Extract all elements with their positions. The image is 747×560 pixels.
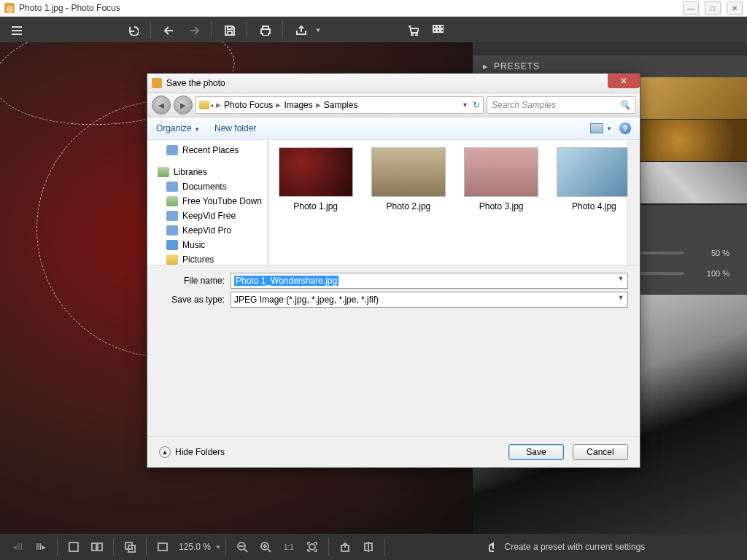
zoom-1to1-button[interactable]: 1:1	[279, 537, 299, 557]
view-mode-menu[interactable]: ▼	[590, 123, 612, 133]
filename-value: Photo 1_Wondershare.jpg	[234, 276, 338, 286]
back-button[interactable]	[158, 20, 179, 40]
search-placeholder: Search Samples	[492, 100, 556, 110]
slider-2-value: 100 %	[694, 269, 729, 278]
slider-1-value: 50 %	[694, 249, 729, 257]
svg-rect-8	[69, 542, 78, 551]
new-folder-button[interactable]: New folder	[214, 123, 256, 133]
view-mode-single[interactable]	[63, 537, 84, 557]
zoom-region-button[interactable]	[302, 537, 322, 557]
presets-label: PRESETS	[494, 61, 540, 71]
tree-libraries[interactable]: Libraries	[147, 165, 267, 179]
tree-freeyoutube[interactable]: Free YouTube Down	[147, 194, 267, 209]
create-preset-button[interactable]: Create a preset with current settings	[390, 541, 741, 553]
nav-back-button[interactable]: ◄	[152, 96, 171, 114]
file-thumb	[464, 147, 538, 197]
svg-rect-13	[158, 543, 167, 551]
savetype-value: JPEG Image (*.jpg, *.jpeg, *.jpe, *.jfif…	[234, 295, 379, 305]
file-list[interactable]: Photo 1.jpg Photo 2.jpg Photo 3.jpg Phot…	[268, 140, 640, 265]
crumb-item[interactable]: Photo Focus	[224, 100, 273, 110]
zoom-in-button[interactable]	[255, 537, 276, 557]
svg-point-0	[411, 34, 413, 36]
file-thumb	[557, 147, 631, 197]
save-button[interactable]	[219, 20, 239, 40]
bottom-bar: ◂Ⅲ Ⅲ▸ 125.0 % ▼ 1:1 Create a preset with…	[0, 534, 747, 560]
filename-label: File name:	[159, 276, 225, 286]
filename-input[interactable]: Photo 1_Wondershare.jpg ▼	[231, 273, 628, 289]
refresh-icon[interactable]: ↻	[473, 100, 480, 110]
save-dialog: Save the photo ✕ ◄ ► ◂ ▶ Photo Focus ▶ I…	[147, 73, 640, 468]
svg-point-1	[416, 34, 417, 36]
file-thumb	[371, 147, 446, 197]
savetype-select[interactable]: JPEG Image (*.jpg, *.jpeg, *.jpe, *.jfif…	[231, 292, 628, 308]
folder-tree[interactable]: Recent Places Libraries Documents Free Y…	[147, 140, 268, 265]
svg-point-16	[309, 544, 315, 550]
minimize-button[interactable]: —	[683, 1, 699, 15]
svg-rect-3	[437, 26, 440, 28]
svg-rect-10	[98, 543, 102, 551]
dialog-close-button[interactable]: ✕	[608, 74, 640, 88]
file-item[interactable]: Photo 1.jpg	[277, 147, 354, 211]
view-mode-compare[interactable]	[87, 537, 107, 557]
search-icon: 🔍	[619, 100, 630, 110]
snapshot-button[interactable]	[120, 537, 140, 557]
zoom-fit-button[interactable]	[152, 537, 173, 557]
file-item[interactable]: Photo 3.jpg	[463, 147, 540, 211]
crumb-item[interactable]: Images	[284, 100, 312, 110]
svg-rect-5	[433, 29, 436, 32]
nav-forward-button[interactable]: ►	[174, 96, 193, 114]
tree-keepvid-free[interactable]: KeepVid Free	[147, 209, 267, 223]
savetype-label: Save as type:	[159, 295, 225, 305]
cart-button[interactable]	[403, 20, 423, 40]
fullscreen-button[interactable]	[358, 537, 379, 557]
dialog-cancel-button[interactable]: Cancel	[573, 444, 628, 460]
folder-up-icon[interactable]: ◂	[199, 101, 213, 109]
next-image-button[interactable]: Ⅲ▸	[31, 537, 51, 557]
window-title: Photo 1.jpg - Photo Focus	[19, 3, 120, 13]
undo-button[interactable]	[123, 20, 143, 40]
grid-button[interactable]	[427, 20, 448, 40]
zoom-out-button[interactable]	[232, 537, 252, 557]
scrollbar[interactable]	[627, 140, 640, 265]
chevron-down-icon[interactable]: ▼	[616, 294, 626, 301]
export-image-button[interactable]	[335, 537, 355, 557]
app-title-bar: ◎ Photo 1.jpg - Photo Focus — □ ✕	[0, 0, 747, 17]
main-toolbar: ▼	[0, 17, 747, 43]
crumb-item[interactable]: Samples	[324, 100, 358, 110]
file-item[interactable]: Photo 4.jpg	[556, 147, 632, 211]
dialog-title-bar[interactable]: Save the photo ✕	[147, 74, 640, 93]
svg-rect-7	[441, 29, 444, 32]
dialog-icon	[152, 78, 162, 88]
zoom-value: 125.0 %	[179, 542, 211, 552]
tree-music[interactable]: Music	[147, 238, 267, 252]
tree-pictures[interactable]: Pictures	[147, 252, 267, 265]
tree-keepvid-pro[interactable]: KeepVid Pro	[147, 223, 267, 238]
breadcrumb[interactable]: ◂ ▶ Photo Focus ▶ Images ▶ Samples ▼ ↻	[196, 96, 484, 114]
prev-image-button[interactable]: ◂Ⅲ	[7, 537, 28, 557]
svg-rect-9	[92, 543, 96, 551]
svg-rect-4	[441, 26, 444, 28]
maximize-button[interactable]: □	[705, 1, 721, 15]
svg-rect-2	[433, 26, 436, 28]
hide-folders-button[interactable]: ▲ Hide Folders	[159, 446, 225, 458]
dialog-save-button[interactable]: Save	[508, 444, 564, 460]
organize-menu[interactable]: Organize ▼	[156, 123, 200, 133]
tree-documents[interactable]: Documents	[147, 179, 267, 194]
tree-recent-places[interactable]: Recent Places	[147, 143, 267, 158]
export-button[interactable]	[290, 20, 311, 40]
svg-rect-6	[437, 29, 440, 32]
dialog-title: Save the photo	[166, 78, 225, 88]
search-input[interactable]: Search Samples 🔍	[487, 96, 635, 114]
chevron-down-icon[interactable]: ▼	[616, 275, 626, 282]
help-icon[interactable]: ?	[619, 122, 631, 134]
window-close-button[interactable]: ✕	[727, 1, 743, 15]
file-item[interactable]: Photo 2.jpg	[370, 147, 446, 211]
print-button[interactable]	[255, 20, 275, 40]
file-thumb	[279, 147, 353, 197]
forward-button[interactable]	[183, 20, 204, 40]
app-icon: ◎	[4, 3, 15, 13]
menu-button[interactable]	[6, 20, 26, 40]
create-preset-label: Create a preset with current settings	[505, 542, 646, 552]
